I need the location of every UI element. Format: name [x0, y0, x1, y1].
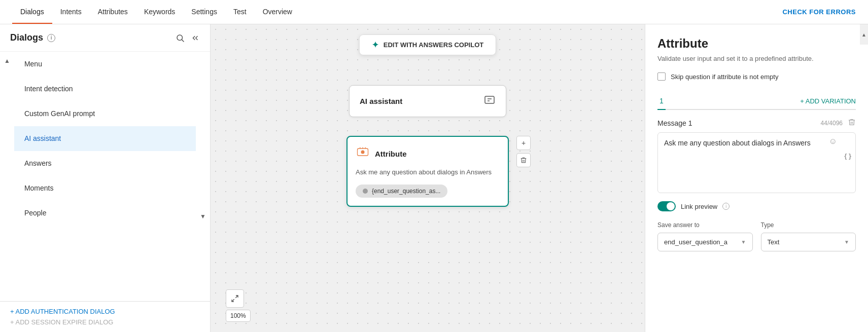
- node-attribute-pill: {end_user_question_as...: [356, 185, 447, 198]
- sidebar-title-group: Dialogs i: [10, 32, 55, 43]
- message-count: 44/4096: [821, 120, 843, 127]
- node-attribute-header: Attribute: [356, 145, 500, 162]
- search-button[interactable]: [176, 33, 185, 43]
- main-area: Dialogs i ▲ Menu Intent detection: [0, 24, 868, 332]
- pill-text: {end_user_question_as...: [372, 188, 440, 195]
- type-dropdown[interactable]: Text ▼: [761, 233, 856, 251]
- canvas-toolbar: 100%: [226, 289, 251, 322]
- add-auth-dialog-link[interactable]: + ADD AUTHENTICATION DIALOG: [10, 308, 200, 315]
- message-textarea[interactable]: Ask me any question about dialogs in Ans…: [657, 132, 856, 193]
- type-group: Type Text ▼: [761, 222, 856, 251]
- tab-keywords[interactable]: Keywords: [136, 0, 183, 24]
- svg-line-10: [235, 296, 238, 298]
- tab-attributes[interactable]: Attributes: [90, 0, 136, 24]
- link-preview-info-icon[interactable]: i: [722, 203, 730, 210]
- type-label: Type: [761, 222, 856, 229]
- toggle-knob: [667, 202, 675, 210]
- save-answer-label: Save answer to: [657, 222, 753, 229]
- svg-point-0: [177, 35, 183, 41]
- copilot-icon: ✦: [372, 40, 378, 50]
- attribute-node-icon: [356, 145, 370, 162]
- node-ai-assistant-title: AI assistant: [360, 97, 402, 105]
- skip-question-label: Skip question if attribute is not empty: [671, 73, 778, 81]
- sidebar-item-people[interactable]: People: [14, 201, 196, 226]
- svg-point-6: [361, 151, 365, 154]
- node-attribute[interactable]: Attribute Ask me any question about dial…: [346, 136, 509, 207]
- tab-dialogs[interactable]: Dialogs: [12, 0, 52, 24]
- node-attribute-title: Attribute: [375, 150, 407, 158]
- variation-tab-1[interactable]: 1: [657, 93, 666, 110]
- collapse-button[interactable]: [191, 33, 200, 43]
- svg-line-1: [182, 40, 184, 42]
- right-panel: ▲ Attribute Validate user input and set …: [645, 24, 868, 332]
- node-delete-button[interactable]: [516, 153, 531, 167]
- tab-intents[interactable]: Intents: [52, 0, 90, 24]
- add-variation-button[interactable]: + ADD VARIATION: [800, 97, 856, 105]
- link-preview-row: Link preview i: [657, 201, 856, 211]
- message-delete-button[interactable]: [848, 118, 856, 128]
- variation-tabs: 1 + ADD VARIATION: [657, 93, 856, 110]
- scroll-down-arrow[interactable]: ▼: [198, 211, 208, 222]
- fit-screen-button[interactable]: [226, 289, 244, 308]
- sidebar-title-label: Dialogs: [10, 32, 43, 43]
- panel-subtitle: Validate user input and set it to a pred…: [657, 55, 856, 62]
- message-header: Message 1 44/4096: [657, 118, 856, 128]
- sidebar-item-menu[interactable]: Menu: [14, 52, 196, 77]
- node-add-button[interactable]: +: [516, 136, 531, 150]
- check-errors-button[interactable]: CHECK FOR ERRORS: [782, 8, 856, 16]
- info-icon[interactable]: i: [47, 34, 55, 42]
- message-label: Message 1: [657, 119, 692, 127]
- tab-overview[interactable]: Overview: [255, 0, 300, 24]
- link-preview-label: Link preview: [681, 203, 717, 210]
- canvas-area[interactable]: ✦ EDIT WITH ANSWERS COPILOT AI assistant: [211, 24, 645, 332]
- save-type-row: Save answer to end_user_question_a ▼ Typ…: [657, 222, 856, 251]
- panel-title: Attribute: [657, 36, 856, 51]
- tab-settings[interactable]: Settings: [183, 0, 225, 24]
- copilot-label: EDIT WITH ANSWERS COPILOT: [384, 41, 483, 49]
- tab-test[interactable]: Test: [225, 0, 255, 24]
- node-controls: +: [516, 136, 532, 167]
- zoom-label: 100%: [226, 310, 251, 322]
- nav-tabs: Dialogs Intents Attributes Keywords Sett…: [12, 0, 300, 24]
- svg-rect-2: [485, 96, 494, 103]
- sidebar-item-ai-assistant[interactable]: AI assistant: [14, 126, 196, 151]
- save-answer-dropdown[interactable]: end_user_question_a ▼: [657, 233, 753, 251]
- top-nav: Dialogs Intents Attributes Keywords Sett…: [0, 0, 868, 24]
- node-ai-assistant[interactable]: AI assistant: [349, 85, 506, 117]
- emoji-button[interactable]: ☺: [829, 137, 837, 146]
- sidebar-header: Dialogs i: [0, 24, 210, 52]
- sidebar-item-answers[interactable]: Answers: [14, 151, 196, 176]
- sidebar-footer: + ADD AUTHENTICATION DIALOG + ADD SESSIO…: [0, 301, 210, 332]
- scroll-up-arrow[interactable]: ▲: [2, 56, 12, 66]
- message-text: Ask me any question about dialogs in Ans…: [664, 138, 849, 149]
- sidebar-item-moments[interactable]: Moments: [14, 176, 196, 201]
- save-answer-value: end_user_question_a: [664, 238, 727, 246]
- panel-scroll-top[interactable]: ▲: [860, 24, 868, 45]
- sidebar-item-intent-detection[interactable]: Intent detection: [14, 77, 196, 101]
- sidebar: Dialogs i ▲ Menu Intent detection: [0, 24, 211, 332]
- skip-question-checkbox[interactable]: [657, 72, 666, 81]
- type-arrow-icon: ▼: [844, 239, 849, 245]
- save-answer-group: Save answer to end_user_question_a ▼: [657, 222, 753, 251]
- sidebar-item-custom-genai[interactable]: Custom GenAI prompt: [14, 101, 196, 126]
- node-ai-assistant-icon: [483, 94, 496, 108]
- svg-line-11: [232, 299, 234, 302]
- copilot-bar[interactable]: ✦ EDIT WITH ANSWERS COPILOT: [359, 34, 496, 55]
- pill-dot: [363, 189, 368, 194]
- link-preview-toggle[interactable]: [657, 201, 676, 211]
- node-attribute-text: Ask me any question about dialogs in Ans…: [356, 167, 500, 177]
- add-session-dialog-link[interactable]: + ADD SESSION EXPIRE DIALOG: [10, 318, 200, 326]
- skip-question-row: Skip question if attribute is not empty: [657, 72, 856, 81]
- type-value: Text: [768, 238, 780, 246]
- json-button[interactable]: { }: [844, 152, 851, 160]
- save-answer-arrow-icon: ▼: [741, 239, 746, 245]
- sidebar-list: ▲ Menu Intent detection Custom GenAI pro…: [0, 52, 210, 301]
- sidebar-items: Menu Intent detection Custom GenAI promp…: [14, 52, 196, 226]
- sidebar-actions: [176, 33, 200, 43]
